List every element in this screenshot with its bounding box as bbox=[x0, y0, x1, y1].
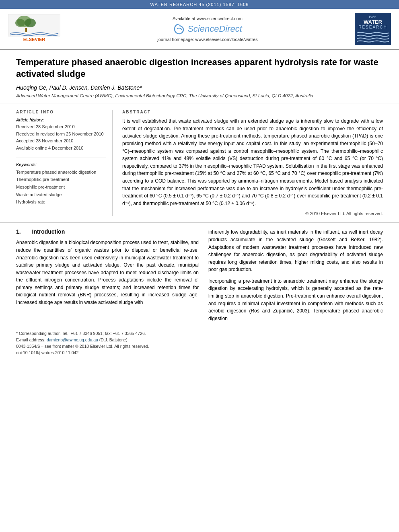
authors: Huoqing Ge, Paul D. Jensen, Damien J. Ba… bbox=[16, 84, 383, 91]
keyword-1: Temperature phased anaerobic digestion bbox=[16, 168, 106, 176]
left-divider bbox=[16, 158, 106, 158]
body-left: 1. Introduction Anaerobic digestion is a… bbox=[16, 228, 199, 322]
footnote-container: * Corresponding author. Tel.: +61 7 3346… bbox=[0, 328, 399, 356]
history-label: Article history: bbox=[16, 117, 106, 122]
journal-bar: WATER RESEARCH 45 (2011) 1597–1606 bbox=[0, 0, 399, 9]
journal-bar-text: WATER RESEARCH 45 (2011) 1597–1606 bbox=[150, 2, 249, 7]
water-text: WATER bbox=[357, 19, 389, 25]
intro-section-title: 1. Introduction bbox=[16, 228, 199, 235]
article-info-abstract: ARTICLE INFO Article history: Received 2… bbox=[0, 103, 399, 223]
svg-point-2 bbox=[25, 18, 36, 27]
keyword-2: Thermophilic pre-treatment bbox=[16, 176, 106, 183]
footnote-doi: doi:10.1016/j.watres.2010.11.042 bbox=[16, 350, 383, 356]
journal-homepage: journal homepage: www.elsevier.com/locat… bbox=[60, 37, 355, 42]
svg-text:ELSEVIER: ELSEVIER bbox=[23, 37, 45, 42]
footnote-email: E-mail address: damienb@awmc.uq.edu.au (… bbox=[16, 337, 383, 343]
keyword-5: Hydrolysis rate bbox=[16, 198, 106, 206]
abstract-copyright: © 2010 Elsevier Ltd. All rights reserved… bbox=[122, 211, 383, 216]
intro-left-text: Anaerobic digestion is a biological deco… bbox=[16, 239, 199, 306]
available-text: Available at www.sciencedirect.com bbox=[60, 16, 355, 21]
keywords-block: Keywords: Temperature phased anaerobic d… bbox=[16, 162, 106, 206]
footnote-corresponding: * Corresponding author. Tel.: +61 7 3346… bbox=[16, 331, 383, 337]
footnote-email-link: damienb@awmc.uq.edu.au bbox=[47, 337, 98, 342]
body-right: inherently low degradability, as inert m… bbox=[208, 228, 383, 322]
available-online: Available online 4 December 2010 bbox=[16, 145, 106, 152]
footnote-area: * Corresponding author. Tel.: +61 7 3346… bbox=[16, 328, 383, 356]
footnote-copyright-notice: 0043-1354/$ – see front matter © 2010 El… bbox=[16, 343, 383, 350]
article-title: Temperature phased anaerobic digestion i… bbox=[16, 57, 383, 80]
water-research-logo: IWA WATER RESEARCH bbox=[355, 13, 391, 45]
accepted: Accepted 28 November 2010 bbox=[16, 138, 106, 145]
left-column: ARTICLE INFO Article history: Received 2… bbox=[16, 110, 113, 216]
sciencedirect-logo: ScienceDirect bbox=[60, 23, 355, 35]
right-column: ABSTRACT It is well established that was… bbox=[122, 110, 383, 216]
keyword-4: Waste activated sludge bbox=[16, 191, 106, 199]
abstract-header: ABSTRACT bbox=[122, 110, 383, 114]
research-text: RESEARCH bbox=[357, 25, 389, 29]
received-2: Received in revised form 26 November 201… bbox=[16, 131, 106, 138]
article-info-header: ARTICLE INFO bbox=[16, 110, 106, 114]
title-section: Temperature phased anaerobic digestion i… bbox=[0, 49, 399, 103]
svg-point-3 bbox=[15, 19, 25, 27]
section-title-text: Introduction bbox=[32, 228, 65, 235]
svg-rect-4 bbox=[25, 28, 27, 32]
intro-right-text-1: inherently low degradability, as inert m… bbox=[208, 228, 383, 273]
footnote-email-name: (D.J. Batstone). bbox=[99, 337, 129, 342]
keyword-3: Mesophilic pre-treatment bbox=[16, 183, 106, 191]
sciencedirect-area: Available at www.sciencedirect.com Scien… bbox=[60, 16, 355, 42]
section-number: 1. bbox=[16, 228, 21, 235]
received-1: Received 28 September 2010 bbox=[16, 123, 106, 131]
iwa-text: IWA bbox=[357, 15, 389, 19]
body-section: 1. Introduction Anaerobic digestion is a… bbox=[0, 223, 399, 328]
header-area: ELSEVIER Available at www.sciencedirect.… bbox=[0, 9, 399, 49]
waves-decoration bbox=[357, 31, 389, 43]
abstract-text: It is well established that waste activa… bbox=[122, 117, 383, 207]
sd-text: ScienceDirect bbox=[187, 24, 242, 34]
keywords-label: Keywords: bbox=[16, 162, 106, 167]
intro-right-text-2: Incorporating a pre-treatment into anaer… bbox=[208, 277, 383, 322]
elsevier-logo: ELSEVIER bbox=[8, 14, 60, 44]
affiliation: Advanced Water Management Centre (AWMC),… bbox=[16, 93, 383, 98]
article-history: Article history: Received 28 September 2… bbox=[16, 117, 106, 152]
